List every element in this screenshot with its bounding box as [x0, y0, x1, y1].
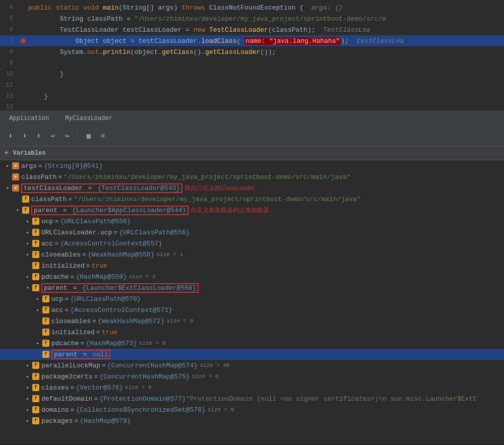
line-content-5: String classPath = "/Users/zhiminxu/deve… [28, 15, 504, 23]
expand-parent-app[interactable] [14, 207, 21, 214]
var-value-packages: {HashMap@579} [80, 417, 131, 425]
var-name-defaultdomain: defaultDomain [41, 395, 92, 403]
icon-ext-ucp: f [42, 295, 49, 302]
var-parallellockmap[interactable]: f parallelLockMap = {ConcurrentHashMap@5… [0, 360, 504, 371]
toolbar-separator [78, 132, 78, 141]
var-ext-closeables[interactable]: f closeables = {WeakHashMap@572} size = … [0, 315, 504, 327]
var-value-parent-ext: {Launcher$ExtClassLoader@560} [82, 284, 196, 292]
var-initialized[interactable]: f initialized = true [0, 260, 504, 271]
parent-app-redbox: parent = {Launcher$AppClassLoader@544} [31, 206, 188, 215]
line-number-10: 10 [0, 71, 18, 78]
var-size-package2certs: size = 0 [192, 373, 219, 379]
var-closeables[interactable]: f closeables = {WeakHashMap@558} size = … [0, 249, 504, 260]
add-watch-button[interactable]: + [4, 149, 9, 158]
line-number-12: 12 [0, 93, 18, 100]
var-value-initialized: true [92, 262, 107, 270]
var-parent-app[interactable]: f parent = {Launcher$AppClassLoader@544}… [0, 205, 504, 216]
expand-acc[interactable] [24, 240, 31, 247]
var-size-domains: size = 0 [208, 407, 234, 413]
line-number-5: 5 [0, 15, 18, 22]
expand-packages[interactable] [24, 417, 31, 424]
var-testclassloader[interactable]: v testClassLoader = {TestClassLoader@543… [0, 182, 504, 194]
annotation-testclassloader: 我自己定义的ClassLoader [184, 184, 255, 193]
expand-pdcache[interactable] [24, 273, 31, 280]
btn-step-over[interactable]: ⬇ [5, 131, 16, 142]
btn-step-into[interactable]: ⬇ [19, 131, 30, 142]
var-name-classes: classes [41, 384, 69, 392]
var-size-classes: size = 0 [125, 385, 152, 391]
parent-ext-redbox: parent = {Launcher$ExtClassLoader@560} [41, 283, 199, 293]
var-defaultdomain[interactable]: f defaultDomain = {ProtectionDomain@577}… [0, 393, 504, 404]
breakpoint-7 [21, 38, 26, 43]
var-value-ucp: {URLClassPath@556} [60, 218, 131, 225]
var-value-parent-app: {Launcher$AppClassLoader@544} [72, 207, 186, 214]
var-ext-parent-null[interactable]: f parent = null [0, 349, 504, 360]
expand-closeables[interactable] [24, 251, 31, 258]
expand-ext-closeables [34, 317, 41, 325]
var-acc[interactable]: f acc = {AccessControlContext@557} [0, 238, 504, 249]
expand-tcl-classpath [14, 196, 21, 203]
var-value-classes: {Vector@576} [76, 384, 123, 392]
line-number-8: 8 [0, 48, 18, 55]
code-lines: 4 public static void main(String[] args)… [0, 0, 504, 111]
icon-classes: f [32, 384, 39, 391]
expand-ext-parent-null [34, 351, 41, 358]
var-package2certs[interactable]: f package2certs = {ConcurrentHashMap@575… [0, 371, 504, 382]
icon-tcl-classpath: f [22, 196, 29, 203]
var-name-tcl-classpath: classPath [31, 196, 67, 203]
expand-urlclassloader-ucp[interactable] [24, 229, 31, 236]
expand-ucp[interactable] [24, 218, 31, 225]
var-parent-ext[interactable]: f parent = {Launcher$ExtClassLoader@560} [0, 282, 504, 293]
btn-forward[interactable]: ↪ [61, 131, 73, 142]
debug-toolbar: ⬇ ⬇ ⬆ ↩ ↪ ▦ ≡ [0, 126, 504, 146]
line-number-13: 13 [0, 104, 18, 111]
var-pdcache[interactable]: f pdcache = {HashMap@559} size = 2 [0, 271, 504, 282]
expand-classes[interactable] [24, 384, 31, 391]
icon-classpath: v [12, 173, 19, 180]
variables-panel[interactable]: v args = {String[0]@541} v classPath = "… [0, 160, 504, 444]
var-domains[interactable]: f domains = {Collections$SynchronizedSet… [0, 404, 504, 415]
tab-myclassloader[interactable]: MyClassLoader [61, 113, 116, 124]
var-ext-ucp[interactable]: f ucp = {URLClassPath@570} [0, 293, 504, 304]
code-line-5: 5 String classPath = "/Users/zhiminxu/de… [0, 13, 504, 24]
tab-application[interactable]: Application [5, 113, 53, 124]
expand-ext-pdcache[interactable] [34, 340, 41, 347]
var-ext-pdcache[interactable]: f pdcache = {HashMap@573} size = 0 [0, 338, 504, 349]
var-ucp[interactable]: f ucp = {URLClassPath@556} [0, 216, 504, 227]
line-content-4: public static void main(String[] args) t… [28, 4, 504, 12]
expand-parent-ext[interactable] [24, 284, 31, 291]
code-line-7: 7 Object object = testClassLoader.loadCl… [0, 35, 504, 46]
expand-domains[interactable] [24, 406, 31, 413]
var-value-ext-parent-null: null [92, 351, 108, 358]
expand-ext-ucp[interactable] [34, 295, 41, 302]
expand-package2certs[interactable] [24, 373, 31, 380]
expand-testclassloader[interactable] [4, 184, 11, 192]
expand-defaultdomain[interactable] [24, 395, 31, 402]
btn-return[interactable]: ↩ [47, 131, 58, 142]
var-ext-initialized[interactable]: f initialized = true [0, 327, 504, 338]
var-value-args: {String[0]@541} [44, 162, 103, 170]
btn-step-out[interactable]: ⬆ [33, 131, 44, 142]
icon-ext-initialized: f [42, 329, 49, 336]
var-value-testclassloader: {TestClassLoader@543} [97, 184, 180, 192]
var-size-closeables: size = 1 [156, 251, 183, 258]
line-number-11: 11 [0, 82, 18, 89]
var-packages[interactable]: f packages = {HashMap@579} [0, 415, 504, 426]
icon-parallellockmap: f [32, 362, 39, 369]
btn-grid[interactable]: ▦ [83, 131, 94, 142]
var-tcl-classpath[interactable]: f classPath = "/Users/zhiminxu/developer… [0, 194, 504, 205]
var-classpath[interactable]: v classPath = "/Users/zhiminxu/developer… [0, 171, 504, 182]
expand-parallellockmap[interactable] [24, 362, 31, 369]
var-ext-acc[interactable]: f acc = {AccessControlContext@571} [0, 304, 504, 315]
var-classes[interactable]: f classes = {Vector@576} size = 0 [0, 382, 504, 393]
var-value-ext-acc: {AccessControlContext@571} [70, 306, 172, 314]
btn-menu[interactable]: ≡ [97, 131, 108, 142]
var-name-acc: acc [41, 240, 53, 247]
var-urlclassloader-ucp[interactable]: f URLClassLoader.ucp = {URLClassPath@556… [0, 227, 504, 238]
var-args[interactable]: v args = {String[0]@541} [0, 160, 504, 171]
icon-domains: f [32, 406, 39, 413]
var-name-ext-initialized: initialized [51, 329, 95, 336]
icon-pdcache: f [32, 273, 39, 280]
expand-args[interactable] [4, 162, 11, 169]
expand-ext-acc[interactable] [34, 306, 41, 313]
